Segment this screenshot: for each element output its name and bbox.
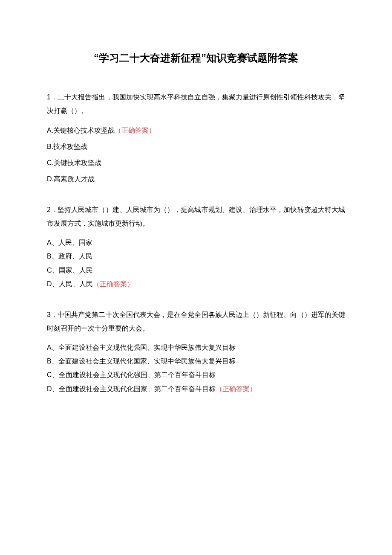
option-label: D.高素质人才战 [47, 175, 95, 183]
option-c: C、全面建设社会主义现代化强国、第二个百年奋斗目标 [47, 369, 345, 381]
option-label: B、政府、人民 [47, 253, 92, 260]
option-a: A、全面建设社会主义现代化强国、实现中华民族伟大复兴目标 [47, 341, 345, 354]
option-label: C.关键技术攻坚战 [47, 159, 101, 166]
option-b: B、政府、人民 [47, 250, 345, 263]
option-b: B、全面建设社会主义现代化国家、实现中华民族伟大复兴目标 [47, 355, 345, 368]
option-label: A、人民、国家 [47, 239, 92, 246]
question-text: ．二十大报告指出，我国加快实现高水平科技自立自强，集聚力量进行原创性引领性科技攻… [47, 93, 345, 114]
question-stem: 1．二十大报告指出，我国加快实现高水平科技自立自强，集聚力量进行原创性引领性科技… [47, 90, 345, 118]
option-c: C、国家、人民 [47, 264, 345, 277]
option-label: A、全面建设社会主义现代化强国、实现中华民族伟大复兴目标 [47, 344, 236, 351]
correct-answer-marker: （正确答案） [93, 280, 134, 288]
option-b: B.技术攻坚战 [47, 140, 345, 154]
correct-answer-marker: （正确答案） [216, 385, 257, 392]
question-number: 2 [47, 206, 51, 213]
question-2: 2．坚持人民城市（）建、人民城市为（），提高城市规划、建设、治理水平，加快转变超… [47, 203, 345, 291]
option-label: D、人民、人民 [47, 280, 93, 288]
question-text: ．中国共产党第二十次全国代表大会，是在全党全国各族人民迈上（）新征程、向（）进军… [47, 311, 345, 332]
option-label: B.技术攻坚战 [47, 143, 87, 150]
question-1: 1．二十大报告指出，我国加快实现高水平科技自立自强，集聚力量进行原创性引领性科技… [47, 90, 345, 186]
option-a: A、人民、国家 [47, 236, 345, 249]
document-page: “学习二十大奋进新征程”知识竞赛试题附答案 1．二十大报告指出，我国加快实现高水… [0, 0, 392, 555]
option-label: C、国家、人民 [47, 267, 93, 274]
question-number: 3 [47, 311, 51, 318]
option-a: A.关键核心技术攻坚战（正确答案） [47, 124, 345, 137]
correct-answer-marker: （正确答案） [115, 127, 156, 134]
option-c: C.关键技术攻坚战 [47, 156, 345, 170]
option-d: D、全面建设社会主义现代化国家、第二个百年奋斗目标（正确答案） [47, 383, 345, 395]
question-number: 1 [47, 93, 51, 101]
page-title: “学习二十大奋进新征程”知识竞赛试题附答案 [47, 51, 345, 65]
question-stem: 3．中国共产党第二十次全国代表大会，是在全党全国各族人民迈上（）新征程、向（）进… [47, 308, 345, 335]
question-text: ．坚持人民城市（）建、人民城市为（），提高城市规划、建设、治理水平，加快转变超大… [47, 206, 345, 227]
option-label: C、全面建设社会主义现代化强国、第二个百年奋斗目标 [47, 371, 216, 378]
option-d: D、人民、人民（正确答案） [47, 278, 345, 291]
question-stem: 2．坚持人民城市（）建、人民城市为（），提高城市规划、建设、治理水平，加快转变超… [47, 203, 345, 230]
option-label: A.关键核心技术攻坚战 [47, 127, 115, 134]
question-3: 3．中国共产党第二十次全国代表大会，是在全党全国各族人民迈上（）新征程、向（）进… [47, 308, 345, 396]
option-label: B、全面建设社会主义现代化国家、实现中华民族伟大复兴目标 [47, 357, 236, 365]
option-d: D.高素质人才战 [47, 172, 345, 186]
option-label: D、全面建设社会主义现代化国家、第二个百年奋斗目标 [47, 385, 216, 392]
